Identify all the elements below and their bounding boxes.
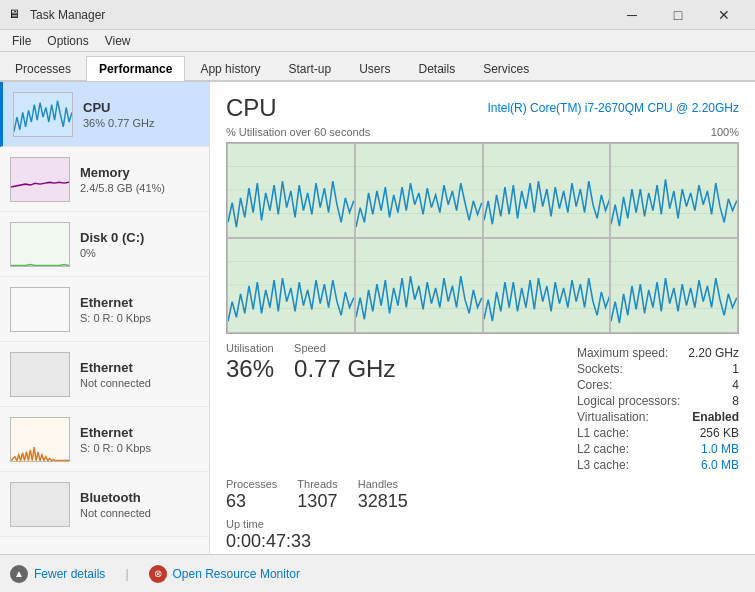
utilisation-label-stat: Utilisation: [226, 342, 274, 354]
tab-app-history[interactable]: App history: [187, 56, 273, 81]
detail-sockets: Sockets: 1: [577, 362, 739, 376]
stat-uptime: Up time 0:00:47:33: [226, 518, 311, 552]
stat-threads: Threads 1307: [297, 478, 337, 512]
eth1-sidebar-info: Ethernet S: 0 R: 0 Kbps: [80, 295, 199, 324]
menu-file[interactable]: File: [4, 32, 39, 50]
cpu-sidebar-info: CPU 36% 0.77 GHz: [83, 100, 199, 129]
fewer-details-button[interactable]: ▲ Fewer details: [10, 565, 105, 583]
minimize-button[interactable]: ─: [609, 0, 655, 30]
handles-value: 32815: [358, 491, 408, 512]
detail-max-speed: Maximum speed: 2.20 GHz: [577, 346, 739, 360]
cpu-mini-graph: [13, 92, 73, 137]
app-title: Task Manager: [30, 8, 609, 22]
tab-services[interactable]: Services: [470, 56, 542, 81]
stat-utilisation: Utilisation 36%: [226, 342, 274, 472]
speed-value: 0.77 GHz: [294, 355, 395, 383]
resource-monitor-icon: ⊗: [149, 565, 167, 583]
open-resource-monitor-button[interactable]: ⊗ Open Resource Monitor: [149, 565, 300, 583]
stat-handles: Handles 32815: [358, 478, 408, 512]
memory-label: Memory: [80, 165, 199, 180]
svg-rect-1: [11, 158, 69, 202]
window-controls: ─ □ ✕: [609, 0, 747, 30]
sidebar: CPU 36% 0.77 GHz Memory 2.4/5.8 GB (41%): [0, 82, 210, 554]
tab-performance[interactable]: Performance: [86, 56, 185, 81]
eth3-sub: S: 0 R: 0 Kbps: [80, 442, 199, 454]
disk-sidebar-info: Disk 0 (C:) 0%: [80, 230, 199, 259]
detail-virtualisation: Virtualisation: Enabled: [577, 410, 739, 424]
eth1-sub: S: 0 R: 0 Kbps: [80, 312, 199, 324]
processes-label: Processes: [226, 478, 277, 490]
content-subtitle: Intel(R) Core(TM) i7-2670QM CPU @ 2.20GH…: [487, 101, 739, 115]
threads-label: Threads: [297, 478, 337, 490]
cpu-core-graph-4: [610, 143, 738, 238]
cpu-core-graph-6: [355, 238, 483, 333]
tab-users[interactable]: Users: [346, 56, 403, 81]
cpu-graphs-row-2: [227, 238, 738, 333]
processes-value: 63: [226, 491, 277, 512]
menu-options[interactable]: Options: [39, 32, 96, 50]
maximize-button[interactable]: □: [655, 0, 701, 30]
uptime-value: 0:00:47:33: [226, 531, 311, 552]
tab-details[interactable]: Details: [405, 56, 468, 81]
eth2-sub: Not connected: [80, 377, 199, 389]
stat-speed: Speed 0.77 GHz: [294, 342, 395, 472]
cpu-core-graph-2: [355, 143, 483, 238]
detail-col-left: Maximum speed: 2.20 GHz Sockets: 1 Cores…: [577, 346, 739, 472]
sidebar-item-eth3[interactable]: Ethernet S: 0 R: 0 Kbps: [0, 407, 209, 472]
eth1-label: Ethernet: [80, 295, 199, 310]
eth2-sidebar-info: Ethernet Not connected: [80, 360, 199, 389]
sidebar-item-cpu[interactable]: CPU 36% 0.77 GHz: [0, 82, 209, 147]
svg-rect-3: [11, 288, 69, 332]
stats-row: Utilisation 36% Speed 0.77 GHz Maximum s…: [226, 342, 739, 472]
tab-startup[interactable]: Start-up: [275, 56, 344, 81]
cpu-label: CPU: [83, 100, 199, 115]
memory-sub: 2.4/5.8 GB (41%): [80, 182, 199, 194]
sidebar-item-eth1[interactable]: Ethernet S: 0 R: 0 Kbps: [0, 277, 209, 342]
svg-rect-6: [11, 483, 69, 527]
stat-processes: Processes 63: [226, 478, 277, 512]
eth3-label: Ethernet: [80, 425, 199, 440]
eth2-label: Ethernet: [80, 360, 199, 375]
bottom-bar: ▲ Fewer details | ⊗ Open Resource Monito…: [0, 554, 755, 592]
sidebar-item-eth2[interactable]: Ethernet Not connected: [0, 342, 209, 407]
menu-view[interactable]: View: [97, 32, 139, 50]
content-area: CPU Intel(R) Core(TM) i7-2670QM CPU @ 2.…: [210, 82, 755, 554]
sidebar-item-bluetooth[interactable]: Bluetooth Not connected: [0, 472, 209, 537]
utilisation-label: % Utilisation over 60 seconds: [226, 126, 370, 138]
stats-row-uptime: Up time 0:00:47:33: [226, 518, 739, 552]
svg-rect-4: [11, 353, 69, 397]
eth2-mini-graph: [10, 352, 70, 397]
cpu-graphs-row-1: [227, 143, 738, 238]
memory-mini-graph: [10, 157, 70, 202]
cpu-core-graph-1: [227, 143, 355, 238]
stats-row-2: Processes 63 Threads 1307 Handles 32815: [226, 478, 739, 512]
uptime-label: Up time: [226, 518, 311, 530]
sidebar-item-disk[interactable]: Disk 0 (C:) 0%: [0, 212, 209, 277]
stats-detail: Maximum speed: 2.20 GHz Sockets: 1 Cores…: [577, 346, 739, 472]
percent-label: 100%: [711, 126, 739, 138]
app-icon: 🖥: [8, 7, 24, 23]
disk-mini-graph: [10, 222, 70, 267]
close-button[interactable]: ✕: [701, 0, 747, 30]
eth3-sidebar-info: Ethernet S: 0 R: 0 Kbps: [80, 425, 199, 454]
disk-label: Disk 0 (C:): [80, 230, 199, 245]
sidebar-item-memory[interactable]: Memory 2.4/5.8 GB (41%): [0, 147, 209, 212]
bluetooth-label: Bluetooth: [80, 490, 199, 505]
cpu-core-graph-8: [610, 238, 738, 333]
detail-l2: L2 cache: 1.0 MB: [577, 442, 739, 456]
content-header: CPU Intel(R) Core(TM) i7-2670QM CPU @ 2.…: [226, 94, 739, 122]
cpu-core-graph-5: [227, 238, 355, 333]
bluetooth-sidebar-info: Bluetooth Not connected: [80, 490, 199, 519]
menu-bar: File Options View: [0, 30, 755, 52]
svg-rect-5: [11, 418, 69, 462]
fewer-details-icon: ▲: [10, 565, 28, 583]
detail-l1: L1 cache: 256 KB: [577, 426, 739, 440]
eth3-mini-graph: [10, 417, 70, 462]
main-layout: CPU 36% 0.77 GHz Memory 2.4/5.8 GB (41%): [0, 82, 755, 554]
svg-rect-23: [228, 239, 354, 332]
tab-processes[interactable]: Processes: [2, 56, 84, 81]
bluetooth-mini-graph: [10, 482, 70, 527]
detail-l3: L3 cache: 6.0 MB: [577, 458, 739, 472]
cpu-sub: 36% 0.77 GHz: [83, 117, 199, 129]
disk-sub: 0%: [80, 247, 199, 259]
